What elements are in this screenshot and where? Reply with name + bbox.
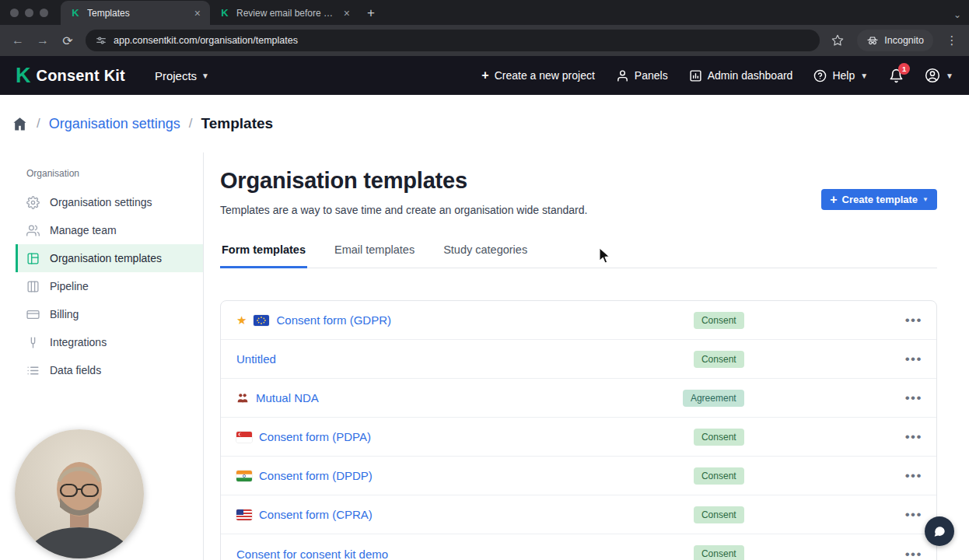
create-template-label: Create template xyxy=(842,194,918,205)
chat-widget-button[interactable] xyxy=(925,516,954,546)
template-name-cell: Consent form (PDPA) xyxy=(236,430,694,443)
home-icon[interactable] xyxy=(12,116,28,132)
billing-icon xyxy=(26,308,40,321)
template-link[interactable]: Consent form (CPRA) xyxy=(259,508,373,521)
row-actions-icon[interactable]: ••• xyxy=(904,505,924,524)
sidebar-item-billing[interactable]: Billing xyxy=(16,300,203,328)
template-link[interactable]: Consent for consent kit demo xyxy=(236,548,388,560)
template-link[interactable]: Untitled xyxy=(236,352,276,366)
two-people-icon xyxy=(236,392,249,404)
plus-icon: + xyxy=(481,69,488,82)
sidebar-item-label: Data fields xyxy=(50,364,101,376)
chevron-down-icon: ▼ xyxy=(201,72,209,80)
tab-close-icon[interactable]: × xyxy=(193,6,202,20)
template-link[interactable]: Consent form (GDPR) xyxy=(276,313,391,327)
sidebar-item-label: Organisation settings xyxy=(50,196,152,208)
notification-badge: 1 xyxy=(898,63,910,75)
tab-email-templates[interactable]: Email templates xyxy=(333,236,416,268)
create-project-button[interactable]: + Create a new project xyxy=(481,69,595,82)
bookmark-star-icon[interactable] xyxy=(826,29,849,52)
template-name-cell: Consent for consent kit demo xyxy=(236,548,694,560)
template-name-cell: Mutual NDA xyxy=(236,391,683,404)
row-actions-icon[interactable]: ••• xyxy=(904,388,924,408)
category-badge: Consent xyxy=(694,545,744,560)
create-project-label: Create a new project xyxy=(495,69,595,82)
window-zoom-button[interactable] xyxy=(40,9,48,17)
panels-button[interactable]: Panels xyxy=(616,69,668,82)
tab-close-icon[interactable]: × xyxy=(342,6,352,20)
template-link[interactable]: Consent form (DPDP) xyxy=(259,469,373,482)
person-icon xyxy=(616,69,629,82)
browser-toolbar: ← → ⟳ app.consentkit.com/organisation/te… xyxy=(0,25,969,56)
sidebar-item-data-fields[interactable]: Data fields xyxy=(16,356,203,384)
sidebar-item-pipeline[interactable]: Pipeline xyxy=(16,272,203,300)
app-header: K Consent Kit Projects ▼ + Create a new … xyxy=(0,56,969,95)
back-button[interactable]: ← xyxy=(6,29,30,52)
reload-button[interactable]: ⟳ xyxy=(56,29,79,52)
data-fields-icon xyxy=(26,364,40,377)
projects-dropdown[interactable]: Projects ▼ xyxy=(155,69,209,82)
consentkit-favicon: K xyxy=(219,7,230,19)
tab-search-chevron-icon[interactable]: ⌄ xyxy=(953,9,961,20)
templates-icon xyxy=(26,252,40,265)
tab-form-templates[interactable]: Form templates xyxy=(220,236,307,268)
row-actions-icon[interactable]: ••• xyxy=(904,349,924,369)
sidebar-item-label: Manage team xyxy=(50,224,117,236)
browser-tab-templates[interactable]: K Templates × xyxy=(61,1,210,25)
row-actions-icon[interactable]: ••• xyxy=(904,544,924,560)
browser-tab-strip: K Templates × K Review email before send… xyxy=(0,0,969,25)
category-badge: Consent xyxy=(694,467,744,485)
window-minimize-button[interactable] xyxy=(25,9,33,17)
panels-label: Panels xyxy=(635,69,668,82)
page-content: Organisation Organisation settings Manag… xyxy=(0,152,969,560)
tab-study-categories[interactable]: Study categories xyxy=(442,236,529,268)
template-row: ★ Consent form (GDPR) Consent ••• xyxy=(221,301,936,340)
breadcrumb-separator: / xyxy=(37,116,40,131)
sidebar-item-integrations[interactable]: Integrations xyxy=(16,328,203,356)
incognito-label: Incognito xyxy=(884,35,924,46)
sidebar-item-organisation-settings[interactable]: Organisation settings xyxy=(16,188,203,216)
chat-bubble-icon xyxy=(932,524,946,538)
row-actions-icon[interactable]: ••• xyxy=(904,427,924,446)
breadcrumb: / Organisation settings / Templates xyxy=(0,95,969,152)
template-row: Consent for consent kit demo Consent ••• xyxy=(221,534,936,560)
template-name-cell: Untitled xyxy=(236,352,694,366)
breadcrumb-current-page: Templates xyxy=(201,115,274,132)
templates-table: ★ Consent form (GDPR) Consent ••• Untitl… xyxy=(220,300,937,560)
admin-dashboard-button[interactable]: Admin dashboard xyxy=(689,69,793,82)
notifications-button[interactable]: 1 xyxy=(889,68,904,83)
template-row: Consent form (CPRA) Consent ••• xyxy=(221,495,936,534)
help-dropdown[interactable]: Help ▼ xyxy=(813,69,868,82)
sidebar-item-manage-team[interactable]: Manage team xyxy=(16,216,203,244)
window-close-button[interactable] xyxy=(10,9,19,17)
main-panel: Organisation templates Templates are a w… xyxy=(204,152,969,560)
account-dropdown[interactable]: ▼ xyxy=(925,68,953,83)
address-bar[interactable]: app.consentkit.com/organisation/template… xyxy=(86,30,820,51)
incognito-indicator: Incognito xyxy=(857,30,933,51)
row-actions-icon[interactable]: ••• xyxy=(904,466,924,485)
category-badge: Consent xyxy=(694,429,744,446)
template-link[interactable]: Mutual NDA xyxy=(256,391,319,404)
template-tabs: Form templates Email templates Study cat… xyxy=(220,236,937,268)
people-icon xyxy=(26,224,40,237)
site-settings-icon[interactable] xyxy=(96,35,107,46)
sidebar-item-organisation-templates[interactable]: Organisation templates xyxy=(16,244,203,272)
sidebar-item-label: Integrations xyxy=(50,336,107,348)
consentkit-logo[interactable]: K Consent Kit xyxy=(16,65,125,86)
tab-title: Templates xyxy=(87,8,187,19)
sidebar-heading: Organisation xyxy=(16,168,203,188)
breadcrumb-organisation-settings-link[interactable]: Organisation settings xyxy=(49,116,180,132)
template-link[interactable]: Consent form (PDPA) xyxy=(259,430,371,443)
forward-button[interactable]: → xyxy=(31,29,54,52)
new-tab-button[interactable]: + xyxy=(367,5,375,21)
category-badge: Consent xyxy=(694,506,744,523)
account-icon xyxy=(925,68,940,83)
us-flag-icon xyxy=(236,509,252,520)
consentkit-favicon: K xyxy=(70,7,81,19)
create-template-button[interactable]: + Create template ▼ xyxy=(821,189,937,210)
browser-menu-icon[interactable]: ⋮ xyxy=(941,33,963,47)
row-actions-icon[interactable]: ••• xyxy=(904,310,924,330)
webcam-video-overlay[interactable] xyxy=(15,429,144,558)
admin-dashboard-label: Admin dashboard xyxy=(708,69,793,82)
browser-tab-review-email[interactable]: K Review email before sending × xyxy=(210,1,359,25)
